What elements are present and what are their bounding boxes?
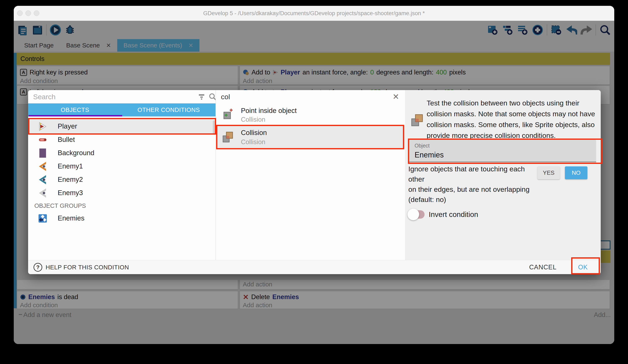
no-button[interactable]: NO (565, 166, 587, 179)
object-name: Bullet (58, 136, 75, 143)
invert-condition-toggle[interactable] (408, 210, 425, 219)
object-row-enemy1[interactable]: Enemy1 (28, 160, 213, 173)
object-groups-header: OBJECT GROUPS (34, 202, 139, 209)
enemy1-ship-icon (38, 161, 48, 171)
object-parameter-field[interactable]: Object Enemies (408, 140, 596, 162)
object-row-background[interactable]: Background (28, 146, 213, 160)
condition-source-tabs: OBJECTS OTHER CONDITIONS (28, 103, 216, 117)
enemy2-ship-icon (38, 175, 48, 185)
object-row-enemy2[interactable]: Enemy2 (28, 173, 213, 186)
ok-button[interactable]: OK (578, 260, 588, 274)
window-title: GDevelop 5 - /Users/dkarakay/Documents/G… (14, 6, 614, 21)
filter-icon[interactable] (198, 93, 206, 101)
invert-condition-label: Invert condition (429, 210, 478, 219)
enemies-group-icon (38, 213, 48, 223)
condition-search-input[interactable] (221, 92, 367, 102)
title-bar: GDevelop 5 - /Users/dkarakay/Documents/G… (14, 6, 614, 21)
object-name: Player (58, 122, 77, 130)
tab-objects[interactable]: OBJECTS (28, 103, 122, 117)
choose-condition-dialog: OBJECTS OTHER CONDITIONS Player Bullet (28, 90, 601, 274)
object-name: Background (58, 149, 94, 157)
ignore-edges-label: Ignore objects that are touching each ot… (408, 164, 539, 205)
help-icon: ? (34, 263, 42, 272)
objects-search-row (28, 90, 216, 103)
cancel-button[interactable]: CANCEL (529, 260, 556, 274)
result-subtitle: Collision (241, 138, 265, 146)
object-field-value: Enemies (415, 151, 444, 159)
dialog-left-panel: OBJECTS OTHER CONDITIONS Player Bullet (28, 90, 216, 260)
dialog-parameters-panel: Test the collision between two objects u… (405, 90, 601, 260)
collision-icon (411, 113, 424, 128)
toggle-knob (407, 209, 419, 220)
object-name: Enemy2 (58, 176, 83, 183)
help-link[interactable]: ? HELP FOR THIS CONDITION (34, 260, 129, 274)
objects-search-input[interactable] (33, 92, 179, 102)
gdevelop-window: GDevelop 5 - /Users/dkarakay/Documents/G… (14, 6, 614, 344)
object-row-enemy3[interactable]: Enemy3 (28, 186, 213, 200)
object-name: Enemy3 (58, 189, 83, 197)
result-subtitle: Collision (241, 116, 265, 123)
object-row-bullet[interactable]: Bullet (28, 133, 213, 146)
dialog-footer: ? HELP FOR THIS CONDITION CANCEL OK (28, 260, 601, 274)
result-collision[interactable]: Collision Collision (216, 125, 405, 149)
dialog-results-panel: ✕ Point inside object Collision Collisio… (216, 90, 405, 260)
point-inside-object-icon (222, 108, 234, 121)
search-icon (208, 93, 216, 102)
player-ship-icon (38, 121, 48, 131)
group-name: Enemies (58, 214, 84, 222)
tab-other-conditions[interactable]: OTHER CONDITIONS (122, 103, 216, 117)
scrollbar-thumb[interactable] (213, 120, 215, 134)
result-point-inside-object[interactable]: Point inside object Collision (216, 105, 405, 125)
enemy3-ship-icon (38, 188, 48, 198)
result-title: Point inside object (241, 107, 297, 115)
clear-search-icon[interactable]: ✕ (392, 92, 399, 101)
object-field-label: Object (415, 143, 430, 149)
condition-search-row: ✕ (216, 90, 405, 103)
background-icon (38, 148, 48, 158)
result-title: Collision (241, 129, 267, 137)
collision-icon (222, 130, 234, 145)
bullet-icon (38, 135, 48, 145)
object-row-player[interactable]: Player (28, 120, 213, 133)
active-tab-underline (28, 115, 122, 117)
object-name: Enemy1 (58, 162, 83, 170)
condition-description: Test the collision between two objects u… (427, 98, 600, 141)
yes-button[interactable]: YES (538, 166, 560, 179)
group-row-enemies[interactable]: Enemies (28, 212, 213, 225)
